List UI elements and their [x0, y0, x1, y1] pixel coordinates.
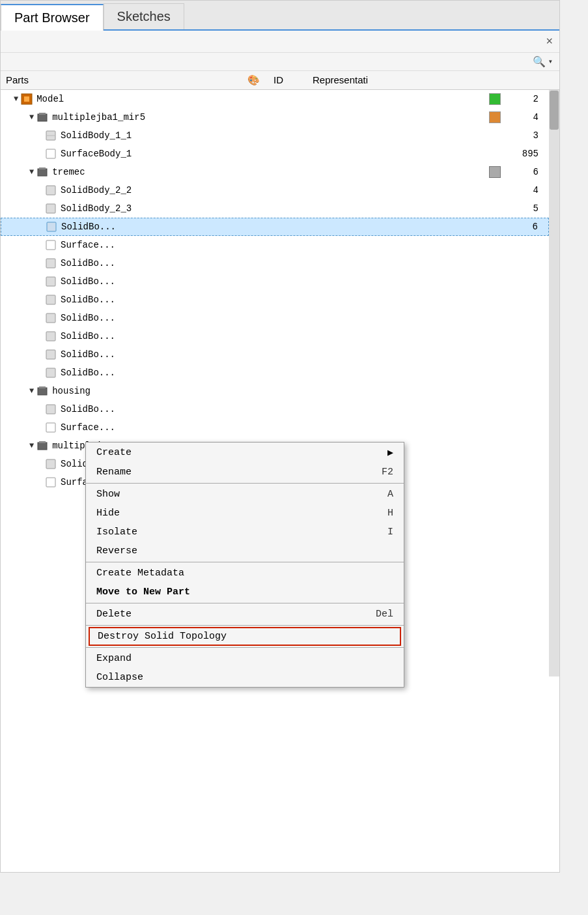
tree-row[interactable]: ▼ multiplejba1_mir5 4 [1, 108, 549, 126]
item-id: 895 [506, 149, 539, 159]
svg-rect-22 [46, 405, 55, 414]
expand-icon[interactable]: ▼ [29, 167, 34, 177]
menu-item-label: Create [96, 447, 132, 458]
shortcut-label: I [387, 527, 393, 538]
svg-rect-17 [46, 332, 55, 341]
scrollbar-track[interactable] [549, 90, 559, 676]
menu-item-hide[interactable]: Hide H [86, 504, 404, 523]
tab-part-browser[interactable]: Part Browser [1, 4, 104, 31]
tree-row[interactable]: SolidBody_2_3 5 [1, 199, 549, 218]
submenu-arrow: ▶ [387, 446, 393, 459]
tree-row[interactable]: ▼ housing [1, 382, 549, 400]
tab-bar: Part Browser Sketches [1, 1, 559, 31]
item-id: 5 [506, 203, 539, 214]
menu-item-label: Show [96, 489, 120, 500]
item-label: SurfaceBody_1 [61, 149, 503, 159]
svg-rect-2 [38, 114, 47, 121]
surfacebody-icon [45, 476, 57, 488]
item-id: 4 [506, 112, 539, 123]
expand-icon[interactable]: ▼ [29, 386, 34, 396]
solidbody-icon [45, 349, 57, 360]
menu-item-label: Expand [96, 653, 132, 664]
representation-label: Representati [313, 74, 554, 86]
menu-item-show[interactable]: Show A [86, 485, 404, 504]
tree-row[interactable]: SolidBo... [1, 327, 549, 345]
svg-rect-9 [46, 186, 55, 195]
shortcut-label: Del [376, 609, 393, 620]
menu-item-label: Rename [96, 467, 132, 478]
solidbody-icon [45, 367, 57, 379]
menu-divider [86, 603, 404, 603]
tree-row[interactable]: SolidBody_1_1 3 [1, 126, 549, 145]
tree-row[interactable]: ▼ tremec 6 [1, 163, 549, 181]
menu-item-label: Reverse [96, 545, 137, 557]
menu-item-create[interactable]: Create ▶ [86, 443, 404, 463]
solidbody-selected-icon [46, 221, 57, 233]
expand-icon[interactable]: ▼ [14, 94, 18, 104]
menu-item-isolate[interactable]: Isolate I [86, 523, 404, 542]
menu-item-reverse[interactable]: Reverse [86, 542, 404, 560]
solidbody-icon [45, 276, 57, 287]
close-button[interactable]: × [546, 35, 553, 48]
svg-rect-12 [46, 240, 55, 250]
shortcut-label: F2 [382, 467, 393, 478]
tree-row[interactable]: SolidBo... [1, 309, 549, 327]
item-label: Surface... [61, 240, 544, 250]
menu-item-label: Collapse [96, 672, 143, 683]
tree-row[interactable]: SolidBo... [1, 400, 549, 418]
tab-sketches[interactable]: Sketches [104, 3, 184, 29]
svg-rect-14 [46, 277, 55, 286]
svg-rect-8 [39, 167, 46, 169]
svg-rect-10 [46, 204, 55, 213]
solidbody-icon [45, 294, 57, 306]
solidbody-icon [45, 257, 57, 269]
item-label: SolidBody_2_3 [61, 203, 503, 214]
surfacebody-icon [45, 148, 57, 160]
tree-row[interactable]: SolidBo... [1, 291, 549, 309]
toolbar: × [1, 31, 559, 53]
item-label: tremec [52, 167, 489, 177]
menu-item-collapse[interactable]: Collapse [86, 668, 404, 687]
svg-rect-6 [46, 149, 55, 158]
menu-item-label: Create Metadata [96, 568, 184, 579]
menu-item-destroy-solid-topology[interactable]: Destroy Solid Topology [89, 627, 401, 646]
tree-row[interactable]: SolidBo... [1, 345, 549, 364]
tree-row[interactable]: SurfaceBody_1 895 [1, 145, 549, 163]
svg-rect-24 [38, 443, 47, 450]
expand-icon[interactable]: ▼ [29, 113, 34, 122]
tree-row[interactable]: SolidBo... [1, 254, 549, 272]
menu-item-create-metadata[interactable]: Create Metadata [86, 564, 404, 583]
item-id: 4 [506, 185, 539, 196]
svg-rect-7 [38, 169, 47, 176]
surfacebody-icon [45, 239, 57, 251]
tree-row[interactable]: Surface... [1, 418, 549, 437]
search-button[interactable]: 🔍 [533, 55, 546, 68]
menu-item-expand[interactable]: Expand [86, 649, 404, 668]
svg-rect-26 [46, 459, 55, 469]
part-browser-panel: Part Browser Sketches × 🔍 ▾ Parts 🎨 ID R… [0, 0, 560, 873]
menu-item-rename[interactable]: Rename F2 [86, 463, 404, 482]
search-bar: 🔍 ▾ [1, 53, 559, 71]
menu-item-move-to-new-part[interactable]: Move to New Part [86, 583, 404, 602]
svg-rect-18 [46, 350, 55, 359]
tree-row[interactable]: ▼ Model 2 [1, 90, 549, 108]
tree-row[interactable]: Surface... [1, 236, 549, 254]
solidbody-icon [45, 458, 57, 470]
menu-item-label: Destroy Solid Topology [98, 631, 227, 642]
item-label: Surface... [61, 422, 544, 433]
surfacebody-icon [45, 422, 57, 433]
tree-row[interactable]: SolidBo... [1, 272, 549, 291]
menu-item-delete[interactable]: Delete Del [86, 605, 404, 624]
expand-icon[interactable]: ▼ [29, 441, 34, 450]
tree-row[interactable]: SolidBody_2_2 4 [1, 181, 549, 199]
tree-header: Parts 🎨 ID Representati [1, 71, 559, 90]
tree-row-selected[interactable]: SolidBo... 6 [1, 218, 549, 236]
item-label: SolidBo... [61, 313, 544, 323]
solidbody-icon [45, 203, 57, 214]
scrollbar-thumb[interactable] [550, 91, 559, 130]
tree-row[interactable]: SolidBo... [1, 364, 549, 382]
item-id: 2 [506, 94, 539, 104]
svg-rect-27 [46, 478, 55, 487]
svg-rect-11 [47, 222, 56, 231]
search-dropdown-icon[interactable]: ▾ [548, 57, 553, 66]
